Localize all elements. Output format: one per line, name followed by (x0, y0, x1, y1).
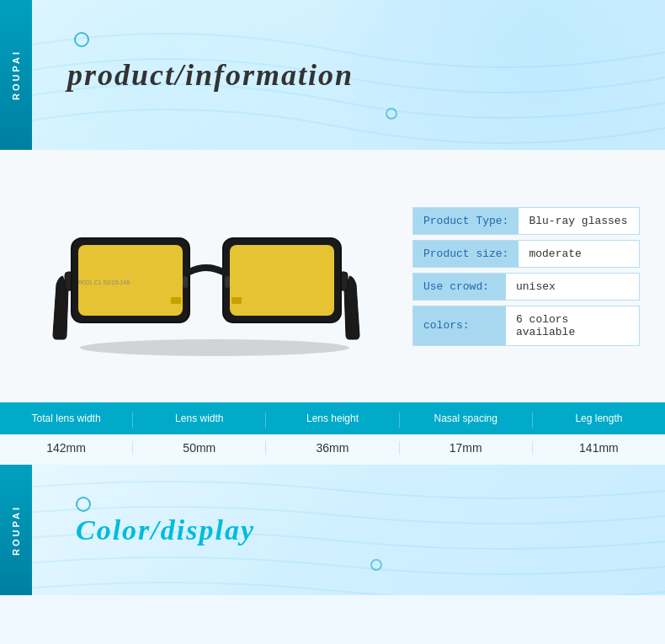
spec-value-lens-width: 50mm (133, 441, 266, 455)
spec-value-lens-height: 36mm (266, 441, 399, 455)
spec-value-leg: 141mm (533, 441, 665, 455)
spec-col-lens-width: Lens width (133, 412, 266, 428)
product-details: Product Type: Blu-ray glasses Product si… (412, 207, 640, 346)
footer-section: ROUPAI Color/display (0, 465, 665, 595)
product-colors-row: colors: 6 colors available (412, 306, 640, 346)
product-colors-value: 6 colors available (506, 306, 639, 345)
specs-bar: Total lens width Lens width Lens height … (0, 402, 665, 434)
spec-label-lens-height: Lens height (306, 412, 359, 424)
brand-label-bottom: ROUPAI (0, 465, 32, 595)
spec-col-total-lens: Total lens width (0, 412, 133, 428)
brand-text-bottom: ROUPAI (11, 505, 21, 556)
header-title: product/information (67, 57, 354, 93)
product-size-value: moderate (519, 241, 639, 267)
product-colors-label: colors: (413, 306, 506, 345)
product-crowd-value: unisex (506, 274, 639, 300)
glasses-image: R001 C1 52/15-148 (25, 167, 387, 386)
spec-label-nasal: Nasal spacing (434, 412, 497, 424)
product-type-row: Product Type: Blu-ray glasses (412, 207, 640, 235)
product-size-row: Product size: moderate (412, 240, 640, 268)
svg-rect-12 (171, 297, 181, 304)
svg-point-0 (80, 339, 349, 356)
brand-label-top: ROUPAI (0, 0, 32, 150)
svg-text:R001 C1 52/15-148: R001 C1 52/15-148 (78, 279, 130, 285)
brand-text-top: ROUPAI (11, 50, 21, 100)
header-section: ROUPAI product/information (0, 0, 665, 150)
product-size-label: Product size: (413, 241, 519, 267)
product-crowd-label: Use crowd: (413, 274, 506, 300)
svg-rect-10 (225, 276, 230, 288)
spec-value-row: 142mm 50mm 36mm 17mm 141mm (0, 434, 665, 465)
spec-label-total-lens: Total lens width (32, 412, 101, 424)
spec-value-nasal: 17mm (400, 441, 533, 455)
svg-rect-9 (183, 276, 188, 288)
svg-rect-8 (230, 245, 334, 316)
spec-value-total-lens: 142mm (0, 441, 133, 455)
spec-label-leg: Leg length (575, 412, 622, 424)
specs-header-row: Total lens width Lens width Lens height … (0, 402, 665, 434)
spec-col-nasal: Nasal spacing (400, 412, 533, 428)
product-crowd-row: Use crowd: unisex (412, 273, 640, 301)
spec-label-lens-width: Lens width (175, 412, 223, 424)
spec-col-leg: Leg length (533, 412, 665, 428)
specs-container: Total lens width Lens width Lens height … (0, 402, 665, 465)
footer-title: Color/display (76, 514, 255, 546)
product-section: R001 C1 52/15-148 Product Type: Blu-ray … (0, 150, 665, 402)
svg-rect-13 (231, 297, 242, 304)
spec-col-lens-height: Lens height (266, 412, 399, 428)
glasses-svg: R001 C1 52/15-148 (46, 192, 366, 360)
product-type-value: Blu-ray glasses (519, 208, 639, 234)
product-type-label: Product Type: (413, 208, 519, 234)
